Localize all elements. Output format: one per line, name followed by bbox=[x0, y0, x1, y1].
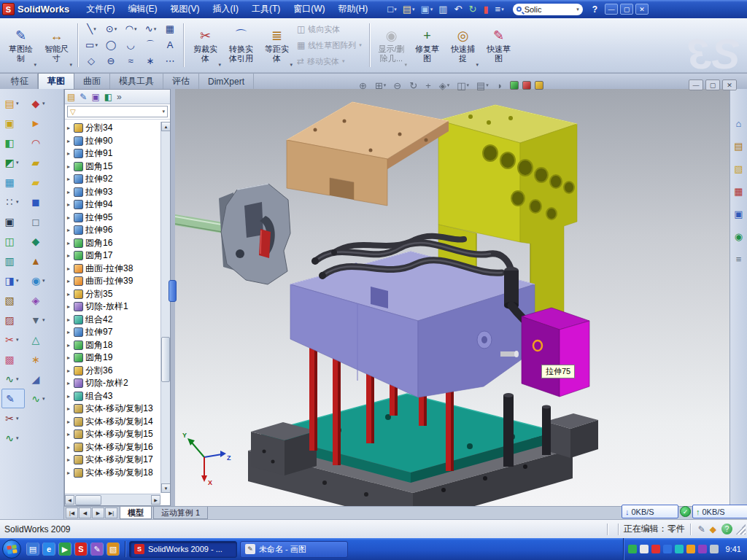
internet-explorer-icon[interactable]: e bbox=[42, 542, 55, 556]
minimize-button[interactable]: — bbox=[605, 4, 618, 15]
zoom-area-icon[interactable]: ⊞ ▾ bbox=[375, 80, 386, 91]
slot-tool[interactable]: ⊖ bbox=[101, 53, 121, 69]
feature-tree-item[interactable]: ▸ 分割36 bbox=[66, 365, 160, 378]
menu-item[interactable]: 视图(V) bbox=[164, 0, 206, 18]
taskbar-window-paint[interactable]: ✎ 未命名 - 画图 bbox=[240, 541, 348, 558]
left-toolbar-button[interactable]: ▣ bbox=[1, 211, 25, 231]
display-style-icon[interactable]: ◫ ▾ bbox=[457, 80, 469, 91]
options-icon[interactable]: ≡ ▾ bbox=[495, 4, 504, 14]
custom-properties-icon[interactable]: ≡ bbox=[736, 254, 742, 265]
left-toolbar-button[interactable]: ◩ ▾ bbox=[1, 152, 25, 172]
offset-entities-button[interactable]: ≣ 等距实 体 ▾ bbox=[260, 21, 294, 69]
part-side-block-magenta[interactable] bbox=[522, 308, 589, 397]
commandmanager-tab[interactable]: 草图 bbox=[38, 73, 74, 89]
commandmanager-tab[interactable]: 评估 bbox=[163, 74, 199, 89]
feature-tree-item[interactable]: ▸ 圆角17 bbox=[66, 249, 160, 262]
taskbar-window-solidworks[interactable]: S SolidWorks 2009 - ... bbox=[129, 541, 237, 558]
polygon-tool[interactable]: ◇ bbox=[82, 53, 101, 69]
scenes-icon[interactable]: ◉ bbox=[735, 231, 743, 242]
expand-arrow-icon[interactable]: ▸ bbox=[67, 393, 74, 400]
left-toolbar-button[interactable]: ✎ bbox=[1, 389, 25, 408]
file-explorer-icon[interactable]: ▧ bbox=[734, 163, 743, 174]
linear-sketch-pattern-button[interactable]: ▦ 线性草图阵列 ▾ bbox=[295, 38, 366, 52]
scrollbar-thumb[interactable] bbox=[75, 495, 101, 505]
trim-entities-button[interactable]: ✂ 剪裁实 体 ▾ bbox=[188, 21, 222, 69]
graphics-area[interactable]: Y Z X bbox=[175, 89, 729, 506]
expand-arrow-icon[interactable]: ▸ bbox=[67, 405, 74, 412]
feature-tree-item[interactable]: ▸ 拉伸90 bbox=[66, 135, 160, 148]
feature-tree-item[interactable]: ▸ 圆角16 bbox=[66, 237, 160, 250]
appearances-icon[interactable]: ▣ bbox=[734, 209, 743, 219]
tree-filter-input[interactable]: ▽ ▾ bbox=[67, 106, 168, 117]
configurationmanager-tab-icon[interactable]: ▣ bbox=[91, 93, 99, 101]
rapid-sketch-button[interactable]: ✎ 快速草 图 bbox=[481, 21, 516, 69]
expand-arrow-icon[interactable]: ▸ bbox=[67, 240, 74, 246]
tab-nav-button[interactable]: |◀ bbox=[66, 508, 78, 518]
home-icon[interactable]: ⌂ bbox=[736, 118, 742, 129]
menu-item[interactable]: 编辑(E) bbox=[122, 0, 164, 18]
left-toolbar-button[interactable]: ◢ bbox=[28, 369, 50, 389]
commandmanager-tab[interactable]: 模具工具 bbox=[110, 74, 163, 89]
menu-item[interactable]: 工具(T) bbox=[245, 0, 287, 18]
start-button[interactable] bbox=[2, 540, 21, 559]
three-point-arc-tool[interactable]: ⌒ bbox=[141, 37, 160, 53]
tray-icon[interactable] bbox=[651, 545, 660, 553]
scroll-down-icon[interactable]: ▼ bbox=[161, 483, 171, 493]
expand-arrow-icon[interactable]: ▸ bbox=[67, 456, 74, 463]
left-toolbar-button[interactable]: ∿ ▾ bbox=[28, 389, 50, 408]
tab-nav-button[interactable]: ▶| bbox=[105, 508, 117, 518]
tray-icon[interactable] bbox=[663, 545, 672, 553]
rectangle-tool[interactable]: ▭ ▾ bbox=[82, 37, 101, 53]
feature-tree-item[interactable]: ▸ 拉伸96 bbox=[66, 224, 160, 237]
feature-tree-item[interactable]: ▸ 拉伸93 bbox=[66, 186, 160, 199]
feature-tree-item[interactable]: ▸ 实体-移动/复制18 bbox=[66, 467, 160, 480]
left-toolbar-button[interactable]: ∿ ▾ bbox=[1, 369, 25, 389]
left-toolbar-button[interactable]: ◨ ▾ bbox=[1, 271, 25, 290]
tray-icon[interactable] bbox=[710, 545, 719, 553]
left-toolbar-button[interactable]: △ bbox=[28, 330, 50, 349]
expand-arrow-icon[interactable]: ▸ bbox=[67, 419, 74, 425]
doc-restore-button[interactable]: ▢ bbox=[705, 79, 720, 90]
arc-tool[interactable]: ◠ ▾ bbox=[121, 21, 141, 37]
left-toolbar-button[interactable]: ▲ bbox=[28, 251, 50, 271]
expand-arrow-icon[interactable]: ▸ bbox=[67, 316, 74, 323]
tray-icon[interactable] bbox=[686, 545, 695, 553]
feature-tree-item[interactable]: ▸ 曲面-拉伸39 bbox=[66, 275, 160, 288]
left-toolbar-button[interactable]: ▰ bbox=[28, 152, 50, 172]
left-toolbar-button[interactable]: ✂ ▾ bbox=[1, 408, 25, 428]
tab-nav-button[interactable]: ◀ bbox=[79, 508, 91, 518]
commandmanager-tab[interactable]: 曲面 bbox=[74, 74, 110, 89]
search-dropdown-icon[interactable]: ▾ bbox=[576, 7, 579, 12]
left-toolbar-button[interactable]: ◻ bbox=[28, 211, 50, 231]
menu-item[interactable]: 文件(F) bbox=[80, 0, 121, 18]
document-tab[interactable]: 运动算例 1 bbox=[153, 507, 208, 519]
tray-icon[interactable] bbox=[698, 545, 707, 553]
zoom-out-icon[interactable]: ⊖ bbox=[393, 80, 402, 91]
folder-launcher-icon[interactable]: ▧ bbox=[107, 542, 120, 556]
part-cavity-insert-assembly[interactable] bbox=[175, 184, 290, 284]
ellipse-tool[interactable]: ◯ bbox=[101, 37, 121, 53]
feature-tree-item[interactable]: ▸ 实体-移动/复制15 bbox=[66, 428, 160, 441]
save-icon[interactable]: ▣ ▾ bbox=[420, 4, 433, 14]
palette-status-icon[interactable]: ◆ bbox=[710, 524, 716, 534]
scroll-left-icon[interactable]: ◀ bbox=[65, 495, 74, 505]
expand-arrow-icon[interactable]: ▸ bbox=[67, 431, 74, 438]
document-tab[interactable]: 模型 bbox=[120, 507, 152, 519]
left-toolbar-button[interactable]: ✂ ▾ bbox=[1, 330, 25, 349]
expand-arrow-icon[interactable]: ▸ bbox=[67, 201, 74, 208]
left-toolbar-button[interactable]: ◉ ▾ bbox=[28, 271, 50, 290]
quick-snaps-button[interactable]: ◎ 快速捕 捉 ▾ bbox=[446, 21, 480, 69]
scrollbar-thumb[interactable] bbox=[161, 337, 170, 382]
expand-arrow-icon[interactable]: ▸ bbox=[67, 150, 74, 157]
status-help-icon[interactable]: ? bbox=[721, 524, 732, 534]
left-toolbar-button[interactable]: ▧ bbox=[1, 290, 25, 310]
expand-arrow-icon[interactable]: ▸ bbox=[67, 214, 74, 221]
left-toolbar-button[interactable]: ▤ ▾ bbox=[1, 93, 25, 113]
expand-arrow-icon[interactable]: ▸ bbox=[67, 125, 74, 131]
render-mode-chip[interactable] bbox=[522, 81, 531, 90]
tray-icon[interactable] bbox=[675, 545, 684, 553]
expand-arrow-icon[interactable]: ▸ bbox=[67, 138, 74, 144]
expand-arrow-icon[interactable]: ▸ bbox=[67, 265, 74, 272]
resize-grip[interactable] bbox=[735, 524, 746, 534]
print-icon[interactable]: ▥ bbox=[438, 4, 448, 14]
